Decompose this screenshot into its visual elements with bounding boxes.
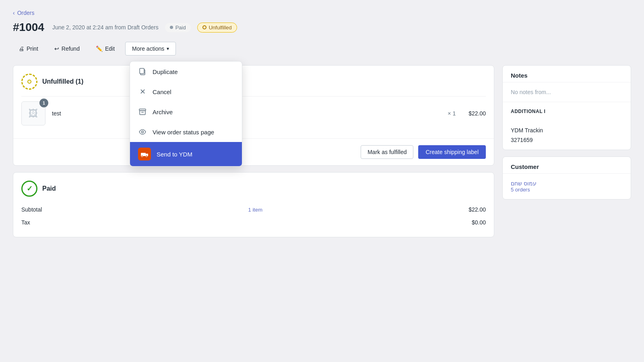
- unfulfilled-dot-icon: [202, 25, 206, 29]
- mark-fulfilled-button[interactable]: Mark as fulfilled: [361, 145, 413, 159]
- duplicate-icon: [138, 67, 147, 76]
- order-number: #1004: [13, 21, 44, 34]
- dropdown-item-send-ydm[interactable]: Send to YDM: [130, 142, 242, 166]
- back-to-orders[interactable]: ‹ Orders: [13, 10, 34, 16]
- page-header: #1004 June 2, 2020 at 2:24 am from Draft…: [13, 21, 631, 34]
- refund-icon: ↩: [54, 45, 59, 52]
- back-arrow-icon: ‹: [13, 10, 15, 16]
- unfulfilled-title: Unfulfilled (1): [42, 78, 83, 85]
- chevron-down-icon: ▾: [167, 46, 169, 51]
- tax-row: Tax $0.00: [21, 216, 486, 229]
- dropdown-item-cancel[interactable]: ✕ Cancel: [130, 82, 242, 102]
- product-qty-x: × 1: [448, 110, 456, 117]
- customer-name-link[interactable]: עמוס שחם: [511, 180, 623, 187]
- paid-card: ✓ Paid Subtotal 1 item $22.00 Tax $0.00: [13, 172, 494, 237]
- toolbar: 🖨 Print ↩ Refund ✏️ Edit More actions ▾: [13, 42, 631, 56]
- paid-section-header: ✓ Paid: [21, 181, 486, 197]
- subtotal-row: Subtotal 1 item $22.00: [21, 203, 486, 216]
- additional-info-body: YDM Trackin 3271659: [503, 117, 631, 150]
- ydm-icon: [138, 148, 151, 160]
- notes-body: No notes from...: [503, 82, 631, 102]
- customer-orders[interactable]: 5 orders: [511, 187, 623, 193]
- unfulfilled-status-icon: [21, 74, 37, 90]
- archive-icon: [138, 107, 147, 116]
- dropdown-item-duplicate[interactable]: Duplicate: [130, 62, 242, 82]
- unfulfilled-card-body: Unfulfilled (1) 🖼 1 test × 1 $22.00: [13, 66, 494, 138]
- dropdown-item-archive[interactable]: Archive: [130, 102, 242, 122]
- subtotal-items-link[interactable]: 1 item: [248, 207, 262, 213]
- product-image-placeholder-icon: 🖼: [29, 108, 38, 119]
- edit-icon: ✏️: [96, 45, 103, 52]
- dropdown-item-view-status[interactable]: View order status page: [130, 122, 242, 142]
- product-quantity-badge: 1: [39, 99, 48, 107]
- main-layout: Unfulfilled (1) 🖼 1 test × 1 $22.00: [13, 65, 631, 237]
- unfulfilled-card-footer: Mark as fulfilled Create shipping label: [13, 138, 494, 165]
- product-row: 🖼 1 test × 1 $22.00: [21, 96, 486, 130]
- customer-card: Customer עמוס שחם 5 orders: [502, 156, 631, 200]
- left-column: Unfulfilled (1) 🖼 1 test × 1 $22.00: [13, 65, 494, 237]
- edit-button[interactable]: ✏️ Edit: [90, 42, 120, 55]
- unfulfilled-card: Unfulfilled (1) 🖼 1 test × 1 $22.00: [13, 65, 494, 166]
- more-actions-dropdown: Duplicate ✕ Cancel Archive: [130, 61, 242, 167]
- svg-point-9: [146, 155, 147, 157]
- refund-button[interactable]: ↩ Refund: [49, 42, 85, 55]
- svg-rect-1: [140, 68, 144, 74]
- product-name: test: [52, 110, 441, 117]
- paid-status-icon: ✓: [21, 181, 37, 197]
- paid-badge: Paid: [165, 23, 191, 32]
- paid-card-body: ✓ Paid Subtotal 1 item $22.00 Tax $0.00: [13, 173, 494, 237]
- order-meta: June 2, 2020 at 2:24 am from Draft Order…: [52, 24, 159, 31]
- print-button[interactable]: 🖨 Print: [13, 42, 44, 55]
- subtotal-value: $22.00: [469, 206, 486, 213]
- cancel-icon: ✕: [138, 87, 147, 96]
- more-actions-button[interactable]: More actions ▾: [125, 42, 176, 56]
- svg-rect-3: [140, 111, 145, 115]
- paid-title: Paid: [42, 185, 56, 192]
- back-label: Orders: [17, 10, 35, 16]
- tracking-value: 3271659: [511, 137, 533, 143]
- svg-point-5: [142, 131, 144, 133]
- subtotal-label: Subtotal: [21, 206, 42, 213]
- tracking-row: YDM Trackin: [511, 124, 623, 137]
- tracking-label: YDM Trackin: [511, 127, 543, 134]
- notes-title: Notes: [503, 66, 631, 82]
- unfulfilled-icon-inner: [27, 80, 31, 84]
- eye-icon: [138, 128, 147, 136]
- customer-body: עמוס שחם 5 orders: [503, 174, 631, 199]
- notes-card: Notes No notes from... ADDITIONAL I YDM …: [502, 65, 631, 150]
- notes-placeholder: No notes from...: [511, 89, 551, 95]
- svg-point-8: [141, 155, 143, 157]
- tax-label: Tax: [21, 219, 30, 226]
- product-thumbnail: 🖼 1: [21, 101, 45, 125]
- print-icon: 🖨: [19, 45, 24, 52]
- paid-dot-icon: [170, 26, 173, 29]
- tax-value: $0.00: [472, 219, 486, 226]
- product-price: $22.00: [469, 110, 486, 117]
- checkmark-icon: ✓: [27, 184, 33, 193]
- right-column: Notes No notes from... ADDITIONAL I YDM …: [502, 65, 631, 237]
- create-shipping-label-button[interactable]: Create shipping label: [418, 145, 486, 159]
- unfulfilled-badge: Unfulfilled: [197, 23, 237, 33]
- customer-title: Customer: [503, 157, 631, 174]
- unfulfilled-section-header: Unfulfilled (1): [21, 74, 486, 90]
- additional-info-title: ADDITIONAL I: [503, 102, 631, 117]
